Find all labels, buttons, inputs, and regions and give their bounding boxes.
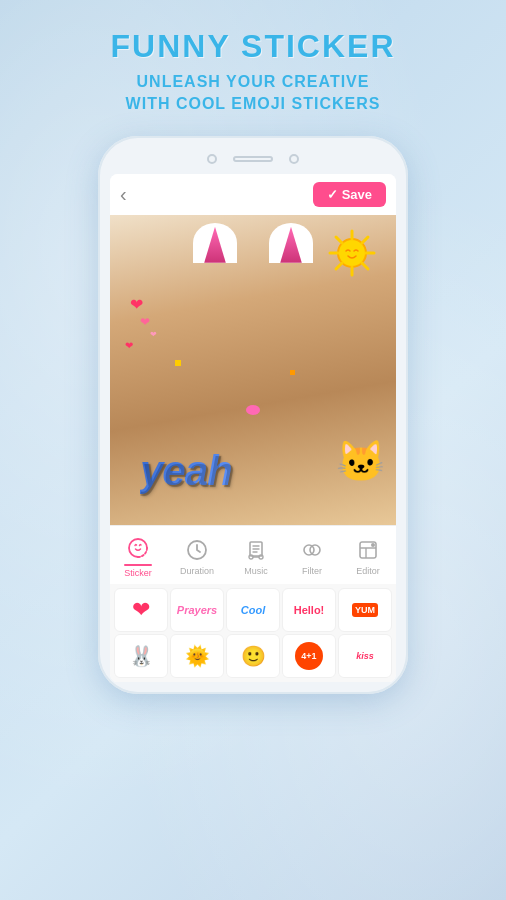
svg-line-6 [362, 263, 368, 269]
camera-dot-2 [289, 154, 299, 164]
sticker-prayers[interactable]: Prayers [170, 588, 224, 632]
sticker-bunny[interactable]: 🐰 [114, 634, 168, 678]
sun-sticker[interactable] [326, 227, 378, 279]
heart-sticker-3: ❤ [125, 340, 133, 351]
sticker-sun-face[interactable]: 🌞 [170, 634, 224, 678]
phone-top [110, 154, 396, 164]
music-icon [242, 536, 270, 564]
toolbar-item-editor[interactable]: Editor [346, 534, 390, 578]
heart-sticker-2: ❤ [140, 315, 150, 329]
sticker-label: Sticker [124, 568, 152, 578]
duration-icon [183, 536, 211, 564]
app-title: FUNNY STICKER [20, 28, 486, 65]
sticker-heart[interactable]: ❤ [114, 588, 168, 632]
nose-sticker [246, 405, 260, 415]
sticker-starburst[interactable]: 4+1 [282, 634, 336, 678]
phone-mockup: ‹ ✓ Save [0, 136, 506, 694]
heart-sticker-1: ❤ [130, 295, 143, 314]
svg-line-7 [362, 237, 368, 243]
cat-sticker[interactable]: 🐱 [336, 438, 386, 485]
sticker-yum[interactable]: YUM [338, 588, 392, 632]
svg-point-18 [310, 545, 320, 555]
toolbar-items: Sticker Duration [110, 532, 396, 580]
sticker-smile[interactable]: 🙂 [226, 634, 280, 678]
sun-rays [326, 227, 378, 279]
duration-label: Duration [180, 566, 214, 576]
speaker [233, 156, 273, 162]
sticker-hello[interactable]: Hello! [282, 588, 336, 632]
toolbar-item-music[interactable]: Music [234, 534, 278, 578]
toolbar-item-filter[interactable]: Filter [290, 534, 334, 578]
svg-line-8 [336, 263, 342, 269]
app-topbar: ‹ ✓ Save [110, 174, 396, 215]
app-subtitle: UNLEASH YOUR CREATIVE WITH COOL EMOJI ST… [20, 71, 486, 116]
svg-point-22 [371, 543, 375, 547]
dot-sticker-2 [290, 370, 295, 375]
app-screen: ‹ ✓ Save [110, 174, 396, 682]
editor-label: Editor [356, 566, 380, 576]
filter-icon [298, 536, 326, 564]
nose-dot [246, 405, 260, 415]
sticker-kiss[interactable]: kiss [338, 634, 392, 678]
header: FUNNY STICKER UNLEASH YOUR CREATIVE WITH… [0, 0, 506, 126]
svg-point-15 [259, 555, 263, 559]
photo-area: ❤ ❤ ❤ ❤ yeah 🐱 [110, 215, 396, 525]
yeah-text-sticker[interactable]: yeah [140, 447, 232, 495]
camera-dot [207, 154, 217, 164]
sticker-cool[interactable]: Cool [226, 588, 280, 632]
cat-ears-sticker [193, 223, 313, 263]
save-button[interactable]: ✓ Save [313, 182, 386, 207]
active-indicator [124, 564, 152, 566]
cat-ear-right [269, 223, 313, 263]
toolbar-item-duration[interactable]: Duration [172, 534, 222, 578]
svg-point-14 [249, 555, 253, 559]
svg-line-5 [336, 237, 342, 243]
phone-frame: ‹ ✓ Save [98, 136, 408, 694]
sticker-panel: ❤ Prayers Cool Hello! YUM 🐰 [110, 584, 396, 682]
toolbar: Sticker Duration [110, 525, 396, 584]
music-label: Music [244, 566, 268, 576]
filter-label: Filter [302, 566, 322, 576]
cat-ear-left [193, 223, 237, 263]
editor-icon [354, 536, 382, 564]
back-button[interactable]: ‹ [120, 183, 127, 206]
dot-sticker-1 [175, 360, 181, 366]
sticker-icon [124, 534, 152, 562]
heart-sticker-4: ❤ [150, 330, 157, 339]
toolbar-item-sticker[interactable]: Sticker [116, 532, 160, 580]
